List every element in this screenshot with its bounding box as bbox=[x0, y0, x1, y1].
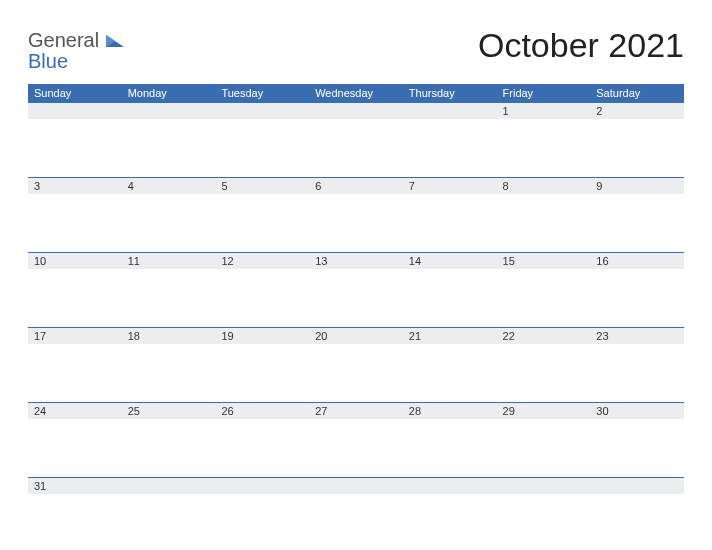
day-number bbox=[590, 478, 684, 494]
dow-saturday: Saturday bbox=[590, 84, 684, 102]
week-row: 10 11 12 13 14 15 16 bbox=[28, 252, 684, 327]
logo: General Blue bbox=[28, 20, 124, 72]
day-cell: 9 bbox=[590, 178, 684, 252]
day-cell: 29 bbox=[497, 403, 591, 477]
day-number bbox=[122, 103, 216, 119]
day-number: 30 bbox=[590, 403, 684, 419]
day-cell: 5 bbox=[215, 178, 309, 252]
days-of-week-header: Sunday Monday Tuesday Wednesday Thursday… bbox=[28, 84, 684, 102]
calendar: Sunday Monday Tuesday Wednesday Thursday… bbox=[28, 84, 684, 550]
day-number: 11 bbox=[122, 253, 216, 269]
day-cell bbox=[403, 478, 497, 550]
day-cell: 16 bbox=[590, 253, 684, 327]
day-cell: 17 bbox=[28, 328, 122, 402]
day-number: 4 bbox=[122, 178, 216, 194]
day-number: 31 bbox=[28, 478, 122, 494]
dow-sunday: Sunday bbox=[28, 84, 122, 102]
day-cell: 20 bbox=[309, 328, 403, 402]
day-number bbox=[497, 478, 591, 494]
day-number bbox=[309, 478, 403, 494]
logo-text-general: General bbox=[28, 29, 99, 51]
day-number: 19 bbox=[215, 328, 309, 344]
dow-wednesday: Wednesday bbox=[309, 84, 403, 102]
day-cell bbox=[215, 478, 309, 550]
header: General Blue October 2021 bbox=[28, 20, 684, 72]
day-cell: 24 bbox=[28, 403, 122, 477]
day-number: 21 bbox=[403, 328, 497, 344]
day-cell: 27 bbox=[309, 403, 403, 477]
day-number bbox=[403, 103, 497, 119]
day-cell: 15 bbox=[497, 253, 591, 327]
day-cell: 26 bbox=[215, 403, 309, 477]
day-number: 28 bbox=[403, 403, 497, 419]
day-cell: 19 bbox=[215, 328, 309, 402]
day-number: 13 bbox=[309, 253, 403, 269]
day-number: 22 bbox=[497, 328, 591, 344]
day-number: 16 bbox=[590, 253, 684, 269]
day-cell bbox=[122, 478, 216, 550]
day-number: 1 bbox=[497, 103, 591, 119]
day-number: 7 bbox=[403, 178, 497, 194]
day-number bbox=[403, 478, 497, 494]
day-cell: 25 bbox=[122, 403, 216, 477]
day-cell: 8 bbox=[497, 178, 591, 252]
dow-friday: Friday bbox=[497, 84, 591, 102]
day-cell: 6 bbox=[309, 178, 403, 252]
day-number: 3 bbox=[28, 178, 122, 194]
day-number: 9 bbox=[590, 178, 684, 194]
week-row: 1 2 bbox=[28, 102, 684, 177]
day-number: 27 bbox=[309, 403, 403, 419]
day-number: 23 bbox=[590, 328, 684, 344]
dow-thursday: Thursday bbox=[403, 84, 497, 102]
day-number: 5 bbox=[215, 178, 309, 194]
day-cell: 31 bbox=[28, 478, 122, 550]
day-number: 2 bbox=[590, 103, 684, 119]
day-cell: 28 bbox=[403, 403, 497, 477]
day-cell: 3 bbox=[28, 178, 122, 252]
logo-text: General Blue bbox=[28, 30, 124, 72]
day-number bbox=[215, 103, 309, 119]
day-number: 26 bbox=[215, 403, 309, 419]
day-number: 10 bbox=[28, 253, 122, 269]
day-cell: 23 bbox=[590, 328, 684, 402]
week-row: 3 4 5 6 7 8 9 bbox=[28, 177, 684, 252]
day-cell: 18 bbox=[122, 328, 216, 402]
day-number: 17 bbox=[28, 328, 122, 344]
day-cell: 11 bbox=[122, 253, 216, 327]
day-cell bbox=[309, 103, 403, 177]
dow-tuesday: Tuesday bbox=[215, 84, 309, 102]
day-cell: 21 bbox=[403, 328, 497, 402]
day-cell bbox=[590, 478, 684, 550]
day-number bbox=[28, 103, 122, 119]
week-row: 24 25 26 27 28 29 30 bbox=[28, 402, 684, 477]
day-number bbox=[309, 103, 403, 119]
day-cell bbox=[403, 103, 497, 177]
day-cell: 14 bbox=[403, 253, 497, 327]
day-cell: 12 bbox=[215, 253, 309, 327]
day-cell: 13 bbox=[309, 253, 403, 327]
day-cell bbox=[122, 103, 216, 177]
day-cell: 22 bbox=[497, 328, 591, 402]
week-row: 17 18 19 20 21 22 23 bbox=[28, 327, 684, 402]
day-number: 15 bbox=[497, 253, 591, 269]
day-number: 29 bbox=[497, 403, 591, 419]
day-number: 14 bbox=[403, 253, 497, 269]
day-number: 25 bbox=[122, 403, 216, 419]
day-cell bbox=[215, 103, 309, 177]
day-number: 6 bbox=[309, 178, 403, 194]
day-number: 20 bbox=[309, 328, 403, 344]
day-cell: 7 bbox=[403, 178, 497, 252]
logo-text-blue: Blue bbox=[28, 50, 68, 72]
day-number: 8 bbox=[497, 178, 591, 194]
day-cell: 1 bbox=[497, 103, 591, 177]
day-number bbox=[122, 478, 216, 494]
day-number bbox=[215, 478, 309, 494]
day-cell: 10 bbox=[28, 253, 122, 327]
dow-monday: Monday bbox=[122, 84, 216, 102]
day-cell: 4 bbox=[122, 178, 216, 252]
day-cell bbox=[497, 478, 591, 550]
day-number: 18 bbox=[122, 328, 216, 344]
day-cell bbox=[309, 478, 403, 550]
day-number: 12 bbox=[215, 253, 309, 269]
day-number: 24 bbox=[28, 403, 122, 419]
